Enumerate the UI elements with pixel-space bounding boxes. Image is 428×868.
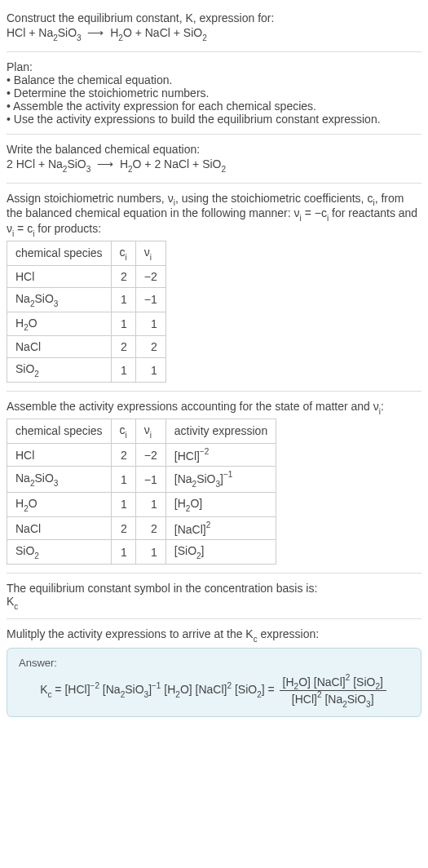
cell-ci: 1 xyxy=(111,287,135,312)
table-row: NaCl 2 2 [NaCl]2 xyxy=(7,516,276,540)
table-row: SiO2 1 1 xyxy=(7,358,166,383)
th-species: chemical species xyxy=(7,418,112,443)
cell-ci: 1 xyxy=(111,492,135,516)
cell-vi: 2 xyxy=(135,516,165,540)
table-row: H2O 1 1 xyxy=(7,312,166,336)
answer-expression: Kc = [HCl]−2 [Na2SiO3]−1 [H2O] [NaCl]2 [… xyxy=(19,674,409,708)
cell-activity: [Na2SiO3]−1 xyxy=(165,467,276,492)
cell-ci: 1 xyxy=(111,358,135,383)
stoichiometric-table: chemical species ci νi HCl 2 −2 Na2SiO3 … xyxy=(7,241,166,383)
cell-vi: −2 xyxy=(135,443,165,467)
assign-text: Assign stoichiometric numbers, νi, using… xyxy=(7,192,421,237)
th-ci: ci xyxy=(111,418,135,443)
cell-species: NaCl xyxy=(7,516,112,540)
assign-section: Assign stoichiometric numbers, νi, using… xyxy=(7,187,421,388)
balanced-heading: Write the balanced chemical equation: xyxy=(7,143,421,156)
cell-ci: 2 xyxy=(111,443,135,467)
intro-line1: Construct the equilibrium constant, K, e… xyxy=(7,11,421,24)
intro-section: Construct the equilibrium constant, K, e… xyxy=(7,7,421,48)
cell-species: SiO2 xyxy=(7,358,112,383)
cell-species: HCl xyxy=(7,265,112,287)
eq-symbol-section: The equilibrium constant symbol in the c… xyxy=(7,577,421,615)
multiply-text: Mulitply the activity expressions to arr… xyxy=(7,627,421,643)
multiply-section: Mulitply the activity expressions to arr… xyxy=(7,622,421,722)
cell-activity: [NaCl]2 xyxy=(165,516,276,540)
table-row: NaCl 2 2 xyxy=(7,336,166,358)
cell-activity: [HCl]−2 xyxy=(165,443,276,467)
cell-ci: 2 xyxy=(111,516,135,540)
th-ci: ci xyxy=(111,241,135,265)
fraction-numerator: [H2O] [NaCl]2 [SiO2] xyxy=(280,674,386,691)
answer-fraction: [H2O] [NaCl]2 [SiO2] [HCl]2 [Na2SiO3] xyxy=(280,674,386,708)
table-header-row: chemical species ci νi activity expressi… xyxy=(7,418,276,443)
th-species: chemical species xyxy=(7,241,112,265)
table-row: SiO2 1 1 [SiO2] xyxy=(7,540,276,565)
cell-species: HCl xyxy=(7,443,112,467)
cell-ci: 2 xyxy=(111,336,135,358)
divider xyxy=(7,134,421,135)
plan-item: • Use the activity expressions to build … xyxy=(7,113,421,126)
fraction-denominator: [HCl]2 [Na2SiO3] xyxy=(280,691,386,707)
eq-symbol-text: The equilibrium constant symbol in the c… xyxy=(7,582,421,595)
balanced-section: Write the balanced chemical equation: 2 … xyxy=(7,138,421,179)
plan-section: Plan: • Balance the chemical equation. •… xyxy=(7,55,421,131)
plan-item: • Assemble the activity expression for e… xyxy=(7,100,421,113)
cell-species: Na2SiO3 xyxy=(7,287,112,312)
cell-ci: 2 xyxy=(111,265,135,287)
plan-item: • Determine the stoichiometric numbers. xyxy=(7,86,421,100)
th-vi: νi xyxy=(135,418,165,443)
cell-species: NaCl xyxy=(7,336,112,358)
th-activity: activity expression xyxy=(165,418,276,443)
table-row: H2O 1 1 [H2O] xyxy=(7,492,276,516)
table-row: HCl 2 −2 xyxy=(7,265,166,287)
cell-ci: 1 xyxy=(111,467,135,492)
cell-ci: 1 xyxy=(111,312,135,336)
cell-vi: 1 xyxy=(135,492,165,516)
cell-vi: −2 xyxy=(135,265,165,287)
answer-label: Answer: xyxy=(19,657,409,669)
cell-vi: 1 xyxy=(135,312,165,336)
cell-vi: 1 xyxy=(135,540,165,565)
cell-vi: −1 xyxy=(135,467,165,492)
divider xyxy=(7,51,421,52)
divider xyxy=(7,183,421,184)
plan-item: • Balance the chemical equation. xyxy=(7,73,421,86)
divider xyxy=(7,391,421,392)
answer-lhs: Kc = [HCl]−2 [Na2SiO3]−1 [H2O] [NaCl]2 [… xyxy=(40,683,277,696)
cell-vi: −1 xyxy=(135,287,165,312)
intro-equation: HCl + Na2SiO3 ⟶ H2O + NaCl + SiO2 xyxy=(7,24,421,43)
divider xyxy=(7,573,421,574)
cell-species: H2O xyxy=(7,312,112,336)
plan-heading: Plan: xyxy=(7,60,421,73)
table-row: Na2SiO3 1 −1 xyxy=(7,287,166,312)
cell-species: H2O xyxy=(7,492,112,516)
th-vi: νi xyxy=(135,241,165,265)
answer-box: Answer: Kc = [HCl]−2 [Na2SiO3]−1 [H2O] [… xyxy=(7,648,421,717)
cell-species: SiO2 xyxy=(7,540,112,565)
table-header-row: chemical species ci νi xyxy=(7,241,166,265)
cell-ci: 1 xyxy=(111,540,135,565)
cell-vi: 2 xyxy=(135,336,165,358)
table-row: Na2SiO3 1 −1 [Na2SiO3]−1 xyxy=(7,467,276,492)
table-row: HCl 2 −2 [HCl]−2 xyxy=(7,443,276,467)
cell-species: Na2SiO3 xyxy=(7,467,112,492)
cell-activity: [H2O] xyxy=(165,492,276,516)
assemble-section: Assemble the activity expressions accoun… xyxy=(7,395,421,569)
divider xyxy=(7,618,421,619)
eq-symbol-kc: Kc xyxy=(7,595,421,610)
cell-vi: 1 xyxy=(135,358,165,383)
assemble-text: Assemble the activity expressions accoun… xyxy=(7,400,421,415)
cell-activity: [SiO2] xyxy=(165,540,276,565)
activity-table: chemical species ci νi activity expressi… xyxy=(7,418,276,565)
balanced-equation: 2 HCl + Na2SiO3 ⟶ H2O + 2 NaCl + SiO2 xyxy=(7,156,421,175)
